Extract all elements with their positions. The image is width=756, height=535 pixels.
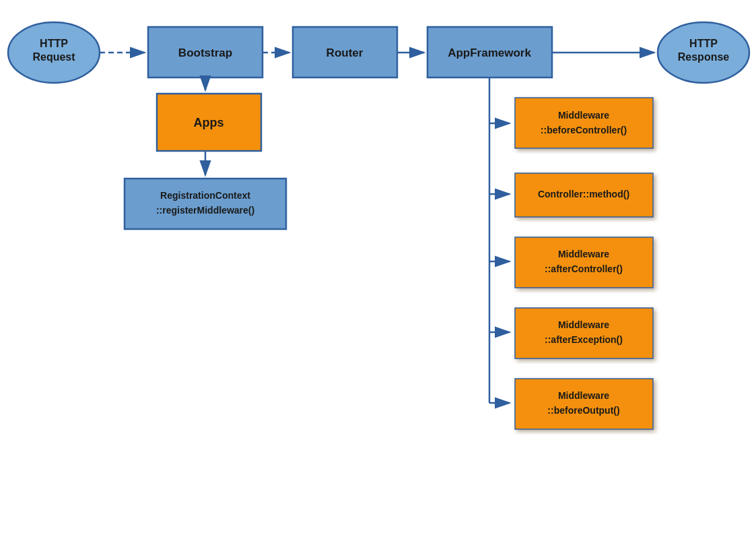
bootstrap-label: Bootstrap [178, 46, 232, 59]
http-response-label2: Response [678, 51, 730, 63]
http-response-label: HTTP [689, 38, 718, 49]
registration-context-label2: ::registerMiddleware() [156, 205, 254, 216]
middleware-after-exception-label1: Middleware [558, 319, 609, 330]
registration-context-label1: RegistrationContext [160, 190, 250, 201]
middleware-before-controller-label1: Middleware [558, 110, 609, 121]
middleware-before-controller-label2: ::beforeController() [541, 125, 627, 135]
http-request-label: HTTP [40, 38, 68, 49]
controller-method-label: Controller::method() [538, 189, 629, 199]
apps-label: Apps [194, 116, 224, 129]
middleware-before-output-label1: Middleware [558, 390, 609, 401]
router-label: Router [327, 46, 364, 59]
flow-diagram: HTTP Request Bootstrap Router AppFramewo… [0, 0, 756, 535]
middleware-before-controller-node [515, 98, 653, 148]
middleware-after-controller-label1: Middleware [558, 249, 609, 259]
middleware-after-exception-node [515, 308, 653, 358]
middleware-before-output-node [515, 379, 653, 429]
middleware-after-exception-label2: ::afterException() [545, 334, 623, 345]
appframework-label: AppFramework [448, 46, 531, 59]
http-request-label2: Request [32, 51, 75, 63]
middleware-before-output-label2: ::beforeOutput() [547, 405, 619, 416]
middleware-after-controller-label2: ::afterController() [545, 263, 623, 274]
registration-context-node [125, 179, 286, 229]
middleware-after-controller-node [515, 237, 653, 288]
